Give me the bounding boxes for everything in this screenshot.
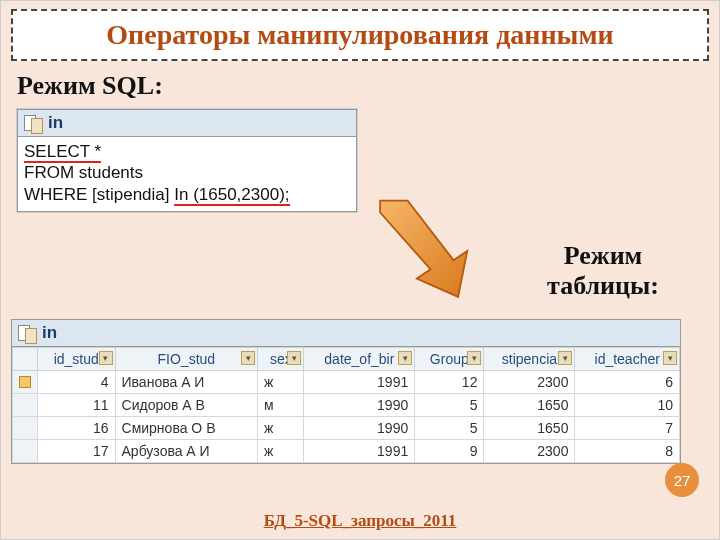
cell[interactable]: ж	[258, 371, 304, 394]
cell[interactable]: 1990	[304, 394, 415, 417]
table-tab-name: in	[42, 323, 57, 343]
table-panel: in id_stud▾ FIO_stud▾ sex▾ date_of_bir▾ …	[11, 319, 681, 464]
slide-title-box: Операторы манипулирования данными	[11, 9, 709, 61]
cell[interactable]: ж	[258, 417, 304, 440]
cell[interactable]: 2300	[484, 371, 575, 394]
table-label-2: таблицы:	[547, 271, 659, 300]
col-sex[interactable]: sex▾	[258, 348, 304, 371]
cell[interactable]: 6	[575, 371, 680, 394]
dropdown-icon[interactable]: ▾	[663, 351, 677, 365]
dropdown-icon[interactable]: ▾	[99, 351, 113, 365]
table-row[interactable]: 17 Арбузова А И ж 1991 9 2300 8	[13, 440, 680, 463]
cell[interactable]: м	[258, 394, 304, 417]
cell[interactable]: 1991	[304, 440, 415, 463]
table-row[interactable]: 11 Сидоров А В м 1990 5 1650 10	[13, 394, 680, 417]
col-stip[interactable]: stipencia▾	[484, 348, 575, 371]
results-table: id_stud▾ FIO_stud▾ sex▾ date_of_bir▾ Gro…	[12, 347, 680, 463]
cell[interactable]: 11	[38, 394, 116, 417]
sql-line-3-hl: In (1650,2300);	[174, 185, 289, 206]
cell[interactable]: 5	[415, 417, 484, 440]
sql-line-3-pre: WHERE [stipendia]	[24, 185, 174, 204]
datasheet-icon	[16, 323, 38, 343]
cell[interactable]: 2300	[484, 440, 575, 463]
cell[interactable]: 12	[415, 371, 484, 394]
col-id_stud[interactable]: id_stud▾	[38, 348, 116, 371]
col-teacher[interactable]: id_teacher▾	[575, 348, 680, 371]
cell[interactable]: 7	[575, 417, 680, 440]
cell[interactable]: 16	[38, 417, 116, 440]
sql-line-2: FROM students	[24, 162, 350, 183]
row-selector[interactable]	[13, 394, 38, 417]
svg-marker-0	[380, 201, 467, 297]
cell[interactable]: 17	[38, 440, 116, 463]
footer-text: БД_5-SQL_запросы_2011	[1, 511, 719, 531]
slide-number-badge: 27	[665, 463, 699, 497]
query-icon	[22, 113, 44, 133]
sql-query-body: SELECT * FROM students WHERE [stipendia]…	[18, 137, 356, 211]
col-group[interactable]: Group▾	[415, 348, 484, 371]
cell[interactable]: 10	[575, 394, 680, 417]
slide-title: Операторы манипулирования данными	[23, 19, 697, 51]
sql-mode-label: Режим SQL:	[17, 71, 709, 101]
sql-tab-name: in	[48, 113, 63, 133]
col-dob[interactable]: date_of_bir▾	[304, 348, 415, 371]
cell[interactable]: 9	[415, 440, 484, 463]
sql-tab-row: in	[18, 110, 356, 137]
cell[interactable]: 4	[38, 371, 116, 394]
cell[interactable]: Иванова А И	[115, 371, 258, 394]
dropdown-icon[interactable]: ▾	[398, 351, 412, 365]
dropdown-icon[interactable]: ▾	[558, 351, 572, 365]
row-selector[interactable]	[13, 371, 38, 394]
cell[interactable]: 1991	[304, 371, 415, 394]
sql-line-1: SELECT *	[24, 142, 101, 163]
dropdown-icon[interactable]: ▾	[241, 351, 255, 365]
cell[interactable]: 8	[575, 440, 680, 463]
cell[interactable]: Смирнова О В	[115, 417, 258, 440]
row-selector[interactable]	[13, 417, 38, 440]
dropdown-icon[interactable]: ▾	[287, 351, 301, 365]
table-label-1: Режим	[564, 241, 643, 270]
dropdown-icon[interactable]: ▾	[467, 351, 481, 365]
cell[interactable]: 1650	[484, 394, 575, 417]
cell[interactable]: Арбузова А И	[115, 440, 258, 463]
table-row[interactable]: 4 Иванова А И ж 1991 12 2300 6	[13, 371, 680, 394]
row-selector-header	[13, 348, 38, 371]
col-fio[interactable]: FIO_stud▾	[115, 348, 258, 371]
row-selector[interactable]	[13, 440, 38, 463]
sql-panel: in SELECT * FROM students WHERE [stipend…	[17, 109, 357, 212]
cell[interactable]: Сидоров А В	[115, 394, 258, 417]
table-mode-label: Режим таблицы:	[547, 241, 659, 301]
arrow-icon	[371, 196, 481, 306]
table-header-row: id_stud▾ FIO_stud▾ sex▾ date_of_bir▾ Gro…	[13, 348, 680, 371]
cell[interactable]: ж	[258, 440, 304, 463]
table-tab-row: in	[12, 320, 680, 347]
cell[interactable]: 5	[415, 394, 484, 417]
cell[interactable]: 1650	[484, 417, 575, 440]
table-row[interactable]: 16 Смирнова О В ж 1990 5 1650 7	[13, 417, 680, 440]
cell[interactable]: 1990	[304, 417, 415, 440]
